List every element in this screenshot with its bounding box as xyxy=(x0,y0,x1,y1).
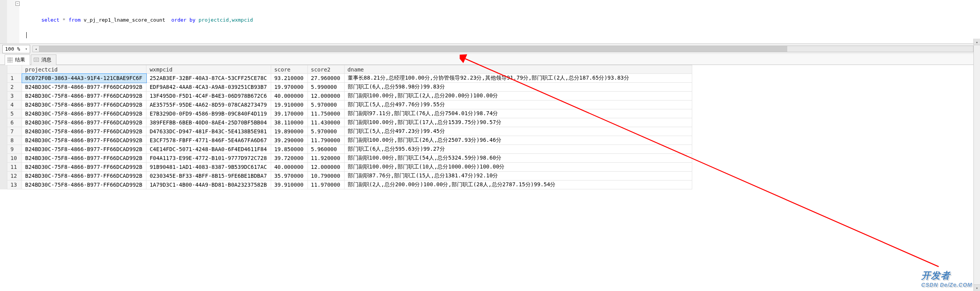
cell-wxmpcid[interactable]: E3CF7578-FBFF-4771-846F-5E4A67FA6D67 xyxy=(146,136,271,145)
table-row[interactable]: 5B24BD30C-75F8-4866-B977-FF66DCAD992BE7B… xyxy=(7,109,692,118)
cell-projectcid[interactable]: B24BD30C-75F8-4866-B977-FF66DCAD992B xyxy=(22,154,146,163)
cell-projectcid[interactable]: B24BD30C-75F8-4866-B977-FF66DCAD992B xyxy=(22,172,146,180)
cell-dname[interactable]: 部门职工(5人,总分497.76分)99.55分 xyxy=(344,100,692,109)
row-number[interactable]: 13 xyxy=(7,180,22,189)
row-number[interactable]: 6 xyxy=(7,118,22,127)
cell-projectcid[interactable]: B24BD30C-75F8-4866-B977-FF66DCAD992B xyxy=(22,118,146,127)
cell-score[interactable]: 35.970000 xyxy=(271,172,307,180)
table-row[interactable]: 10B24BD30C-75F8-4866-B977-FF66DCAD992BF0… xyxy=(7,154,692,163)
col-header-dname[interactable]: dname xyxy=(344,65,692,74)
cell-score[interactable]: 19.970000 xyxy=(271,83,307,92)
table-row[interactable]: 3B24BD30C-75F8-4866-B977-FF66DCAD992B13F… xyxy=(7,92,692,100)
table-row[interactable]: 6B24BD30C-75F8-4866-B977-FF66DCAD992B389… xyxy=(7,118,692,127)
results-vertical-scrollbar[interactable]: ▴ ▾ xyxy=(973,39,980,291)
editor-horizontal-scrollbar[interactable]: ◂ ▸ xyxy=(32,46,980,52)
cell-projectcid[interactable]: B24BD30C-75F8-4866-B977-FF66DCAD992B xyxy=(22,127,146,136)
cell-dname[interactable]: 部门副职100.00分,部门职工(10人,总分1000.00分)100.00分 xyxy=(344,163,692,172)
cell-score[interactable]: 39.910000 xyxy=(271,180,307,189)
cell-projectcid[interactable]: B24BD30C-75F8-4866-B977-FF66DCAD992B xyxy=(22,163,146,172)
cell-score2[interactable]: 11.790000 xyxy=(307,136,344,145)
table-row[interactable]: 4B24BD30C-75F8-4866-B977-FF66DCAD992BAE3… xyxy=(7,100,692,109)
cell-score[interactable]: 38.110000 xyxy=(271,118,307,127)
sql-editor[interactable]: − select * from v_pj_rep1_lname_score_co… xyxy=(0,0,980,43)
results-grid[interactable]: projectcid wxmpcid score score2 dname 18… xyxy=(7,65,692,189)
cell-projectcid[interactable]: 8C072F0B-3863-44A3-91F4-121CBAE9FC6F xyxy=(22,74,146,83)
row-number[interactable]: 12 xyxy=(7,172,22,180)
cell-score[interactable]: 19.910000 xyxy=(271,100,307,109)
grid-corner[interactable] xyxy=(7,65,22,74)
cell-score2[interactable]: 12.000000 xyxy=(307,163,344,172)
cell-dname[interactable]: 部门副职97.11分,部门职工(76人,总分7504.01分)98.74分 xyxy=(344,109,692,118)
col-header-projectcid[interactable]: projectcid xyxy=(22,65,146,74)
cell-score2[interactable]: 11.920000 xyxy=(307,154,344,163)
cell-score[interactable]: 93.210000 xyxy=(271,74,307,83)
cell-wxmpcid[interactable]: 389FEFBB-6BEB-40D0-8AE4-25D70BF5BB04 xyxy=(146,118,271,127)
cell-wxmpcid[interactable]: 13F495D0-F5D1-4C4F-B4E3-06D978B672C6 xyxy=(146,92,271,100)
scroll-up-icon[interactable]: ▴ xyxy=(974,39,980,45)
cell-wxmpcid[interactable]: D47633DC-D947-481F-B43C-5E4138B5E981 xyxy=(146,127,271,136)
cell-projectcid[interactable]: B24BD30C-75F8-4866-B977-FF66DCAD992B xyxy=(22,109,146,118)
cell-score[interactable]: 39.170000 xyxy=(271,109,307,118)
cell-wxmpcid[interactable]: 1A79D3C1-4B00-44A9-BD81-B0A23237582B xyxy=(146,180,271,189)
row-number[interactable]: 5 xyxy=(7,109,22,118)
table-row[interactable]: 9B24BD30C-75F8-4866-B977-FF66DCAD992BC4E… xyxy=(7,145,692,154)
col-header-score[interactable]: score xyxy=(271,65,307,74)
cell-score2[interactable]: 11.750000 xyxy=(307,109,344,118)
cell-score2[interactable]: 5.990000 xyxy=(307,83,344,92)
scroll-thumb[interactable] xyxy=(39,46,787,52)
cell-dname[interactable]: 部门职工(6人,总分598.98分)99.83分 xyxy=(344,83,692,92)
cell-projectcid[interactable]: B24BD30C-75F8-4866-B977-FF66DCAD992B xyxy=(22,100,146,109)
cell-score[interactable]: 39.720000 xyxy=(271,154,307,163)
cell-score[interactable]: 19.850000 xyxy=(271,145,307,154)
cell-score2[interactable]: 5.970000 xyxy=(307,100,344,109)
cell-score[interactable]: 40.000000 xyxy=(271,163,307,172)
table-row[interactable]: 18C072F0B-3863-44A3-91F4-121CBAE9FC6F252… xyxy=(7,74,692,83)
cell-projectcid[interactable]: B24BD30C-75F8-4866-B977-FF66DCAD992B xyxy=(22,83,146,92)
scroll-left-icon[interactable]: ◂ xyxy=(33,46,39,52)
cell-score[interactable]: 40.000000 xyxy=(271,92,307,100)
table-row[interactable]: 2B24BD30C-75F8-4866-B977-FF66DCAD992BEDF… xyxy=(7,83,692,92)
table-row[interactable]: 7B24BD30C-75F8-4866-B977-FF66DCAD992BD47… xyxy=(7,127,692,136)
cell-score2[interactable]: 12.000000 xyxy=(307,92,344,100)
cell-score[interactable]: 39.290000 xyxy=(271,136,307,145)
cell-wxmpcid[interactable]: E7B329D0-0FD9-4586-B99B-09C840F4D119 xyxy=(146,109,271,118)
row-number[interactable]: 4 xyxy=(7,100,22,109)
table-row[interactable]: 8B24BD30C-75F8-4866-B977-FF66DCAD992BE3C… xyxy=(7,136,692,145)
cell-dname[interactable]: 部门职工(5人,总分497.23分)99.45分 xyxy=(344,127,692,136)
row-number[interactable]: 1 xyxy=(7,74,22,83)
cell-wxmpcid[interactable]: F04A1173-E99E-4772-B101-9777D972C728 xyxy=(146,154,271,163)
cell-dname[interactable]: 部门副职87.76分,部门职工(15人,总分1381.47分)92.10分 xyxy=(344,172,692,180)
tab-messages[interactable]: 消息 xyxy=(31,54,56,65)
row-number[interactable]: 10 xyxy=(7,154,22,163)
cell-score[interactable]: 19.890000 xyxy=(271,127,307,136)
row-number[interactable]: 3 xyxy=(7,92,22,100)
cell-score2[interactable]: 27.960000 xyxy=(307,74,344,83)
cell-wxmpcid[interactable]: 91B90481-1AD1-4083-8387-9B539DC617AC xyxy=(146,163,271,172)
row-number[interactable]: 7 xyxy=(7,127,22,136)
cell-wxmpcid[interactable]: EDF9A842-4AA8-4CA3-A9A8-039251CB93B7 xyxy=(146,83,271,92)
cell-dname[interactable]: 部门副职100.00分,部门职工(2人,总分200.00分)100.00分 xyxy=(344,92,692,100)
scroll-down-icon[interactable]: ▾ xyxy=(974,284,980,291)
tab-results[interactable]: 结果 xyxy=(5,54,30,65)
table-row[interactable]: 11B24BD30C-75F8-4866-B977-FF66DCAD992B91… xyxy=(7,163,692,172)
cell-dname[interactable]: 部门副职100.00分,部门职工(17人,总分1539.75分)90.57分 xyxy=(344,118,692,127)
cell-projectcid[interactable]: B24BD30C-75F8-4866-B977-FF66DCAD992B xyxy=(22,136,146,145)
cell-wxmpcid[interactable]: C4E14FDC-5071-4248-BAA0-6F4ED4611F84 xyxy=(146,145,271,154)
cell-wxmpcid[interactable]: 0230345E-BF33-4BFF-8B15-9FE6BE1BDBA7 xyxy=(146,172,271,180)
cell-dname[interactable]: 部门副职(2人,总分200.00分)100.00分,部门职工(28人,总分278… xyxy=(344,180,692,189)
cell-score2[interactable]: 5.970000 xyxy=(307,127,344,136)
cell-projectcid[interactable]: B24BD30C-75F8-4866-B977-FF66DCAD992B xyxy=(22,92,146,100)
zoom-select[interactable]: 100 % ▾ xyxy=(2,45,30,53)
cell-score2[interactable]: 11.430000 xyxy=(307,118,344,127)
cell-wxmpcid[interactable]: AE35755F-95DE-4A62-8D59-078CA8273479 xyxy=(146,100,271,109)
row-number[interactable]: 2 xyxy=(7,83,22,92)
cell-dname[interactable]: 部门副职100.00分,部门职工(26人,总分2507.93分)96.46分 xyxy=(344,136,692,145)
table-row[interactable]: 13B24BD30C-75F8-4866-B977-FF66DCAD992B1A… xyxy=(7,180,692,189)
cell-score2[interactable]: 10.790000 xyxy=(307,172,344,180)
row-number[interactable]: 9 xyxy=(7,145,22,154)
cell-score2[interactable]: 5.960000 xyxy=(307,145,344,154)
cell-dname[interactable]: 董事长88.21分,总经理100.00分,分协管领导92.23分,其他领导91.… xyxy=(344,74,692,83)
col-header-wxmpcid[interactable]: wxmpcid xyxy=(146,65,271,74)
table-row[interactable]: 12B24BD30C-75F8-4866-B977-FF66DCAD992B02… xyxy=(7,172,692,180)
col-header-score2[interactable]: score2 xyxy=(307,65,344,74)
